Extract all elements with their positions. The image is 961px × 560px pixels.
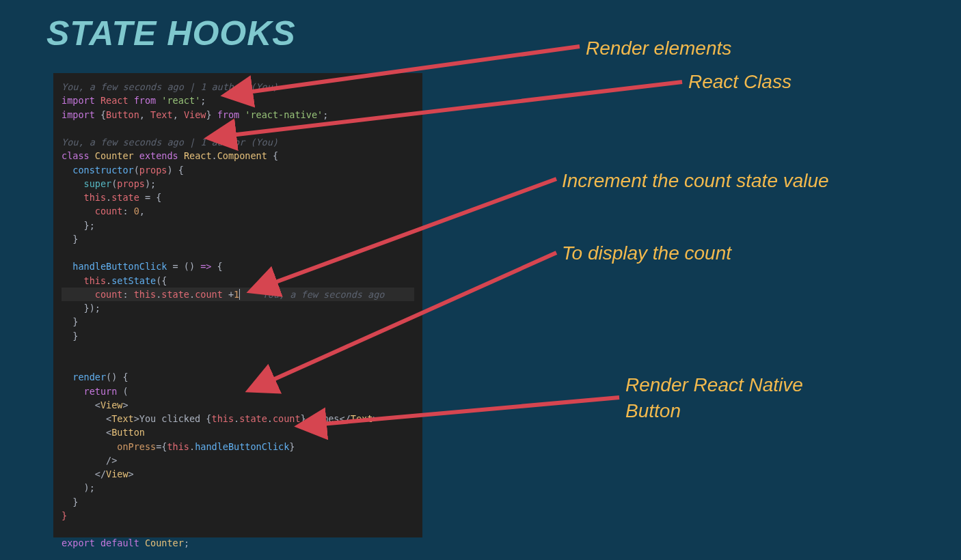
annotation-render-elements: Render elements — [586, 36, 731, 61]
inline-codelens: You, a few seconds ago — [240, 289, 384, 300]
annotation-native-button: Render React Native Button — [625, 372, 858, 424]
annotation-display-count: To display the count — [562, 240, 731, 266]
annotation-increment: Increment the count state value — [562, 168, 829, 194]
slide-title: STATE HOOKS — [46, 14, 296, 53]
code-editor-panel: You, a few seconds ago | 1 author (You) … — [53, 73, 422, 537]
annotation-react-class: React Class — [688, 69, 791, 95]
codelens-line: You, a few seconds ago | 1 author (You) — [62, 81, 278, 92]
slide: { "title": "STATE HOOKS", "annotations":… — [0, 0, 961, 560]
codelens-line: You, a few seconds ago | 1 author (You) — [62, 137, 278, 148]
code-block: You, a few seconds ago | 1 author (You) … — [53, 73, 422, 557]
